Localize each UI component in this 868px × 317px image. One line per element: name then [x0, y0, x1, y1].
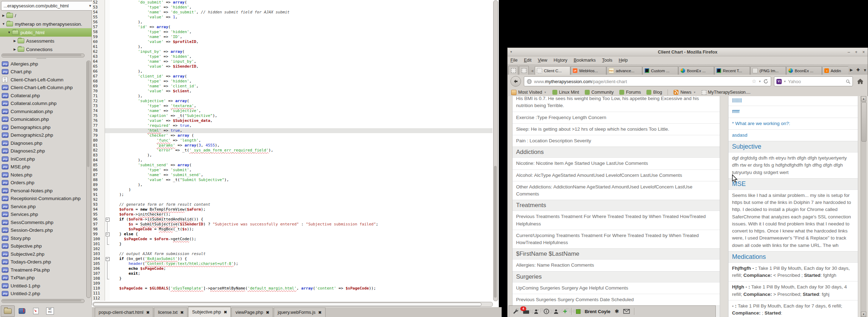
file-item[interactable]: phpDemographics.php	[1, 123, 87, 131]
fold-margin[interactable]	[105, 153, 110, 158]
file-item[interactable]: phpTxPlan.php	[1, 274, 87, 282]
file-item[interactable]: phpCommunication.php	[1, 107, 87, 116]
file-item[interactable]: phpTreatment-Pla.php	[1, 266, 87, 274]
file-item[interactable]: phpService.php	[1, 203, 87, 211]
menu-help[interactable]: Help	[619, 58, 628, 63]
fold-margin[interactable]	[105, 89, 110, 94]
fold-margin[interactable]	[105, 187, 110, 192]
fold-margin[interactable]	[105, 256, 110, 261]
fold-margin[interactable]	[105, 10, 110, 15]
tree-item-assessments[interactable]: ▶Assessments	[0, 37, 92, 45]
file-item[interactable]: phpSubjective2.php	[1, 250, 87, 258]
fold-collapse-icon[interactable]	[106, 218, 110, 222]
fold-margin[interactable]	[105, 197, 110, 202]
chart-link-row[interactable]: asdasd	[728, 129, 858, 141]
expander-open-icon[interactable]: ▼	[1, 22, 6, 26]
fold-margin[interactable]	[105, 5, 110, 10]
tab-scroll-left-icon[interactable]: ◀	[529, 69, 535, 75]
bookmark-star-icon[interactable]: ☆	[752, 78, 756, 85]
fold-margin[interactable]	[105, 173, 110, 178]
doc-tab[interactable]: viewPage.php✖	[231, 307, 273, 317]
file-item[interactable]: phpPersonal-Notes.php	[1, 187, 87, 195]
browser-tab[interactable]: Recent T...	[714, 66, 750, 75]
close-tab-icon[interactable]: ✖	[266, 310, 269, 315]
bookmark-linux-mint[interactable]: Linux Mint	[552, 90, 579, 95]
fold-collapse-icon[interactable]	[106, 257, 110, 261]
bookmark-blog[interactable]: Blog	[646, 90, 662, 95]
file-item[interactable]: phpSubjective.php	[1, 242, 87, 250]
add-icon[interactable]: +	[563, 308, 567, 315]
mail-icon[interactable]	[623, 309, 630, 314]
fold-margin[interactable]	[105, 133, 110, 138]
menu-edit[interactable]: Edit	[524, 58, 532, 63]
snippets-button[interactable]	[29, 305, 43, 317]
fold-margin[interactable]	[105, 143, 110, 148]
browser-tab[interactable]: Custom ...	[643, 66, 678, 75]
menu-view[interactable]: View	[538, 58, 547, 63]
close-tab-icon[interactable]: ✖	[224, 310, 227, 315]
file-item[interactable]: phpTodays-Orders.php	[1, 258, 87, 266]
fold-margin[interactable]	[105, 49, 110, 54]
bookmark-mytherapysession-[interactable]: MyTherapySession....	[702, 90, 751, 95]
fold-margin[interactable]	[105, 64, 110, 69]
browser-tab[interactable]: BoonEx ...	[786, 66, 822, 75]
browser-tab[interactable]: Client C...	[535, 66, 570, 75]
expander-closed-icon[interactable]: ▶	[13, 39, 17, 43]
tree-item-connections[interactable]: ▶Connections	[0, 45, 92, 54]
fold-margin[interactable]	[105, 148, 110, 153]
browser-tab[interactable]: PMAadvance...	[607, 66, 642, 75]
fold-margin[interactable]	[105, 108, 110, 113]
file-item[interactable]: phpClient-Chart-Left-Column.php	[1, 84, 87, 92]
expander-closed-icon[interactable]: ▶	[13, 48, 17, 51]
fold-margin[interactable]	[105, 15, 110, 20]
fold-margin[interactable]	[105, 20, 110, 25]
fold-margin[interactable]	[105, 94, 110, 99]
file-item[interactable]: phpOrders.php	[1, 179, 87, 187]
bookmarks-button[interactable]	[15, 305, 29, 317]
fold-margin[interactable]	[105, 74, 110, 79]
fold-margin[interactable]	[105, 54, 110, 59]
window-titlebar[interactable]: ▼ Client Chart - Mozilla Firefox – + ×	[508, 48, 868, 56]
file-item[interactable]: phpUntitled-1.php	[1, 282, 87, 290]
tree-item-mytherap-on-mytherapysession-[interactable]: ▼mytherap on mytherapysession.	[0, 20, 92, 28]
chart-link-row[interactable]: * What are we working on?:	[728, 118, 858, 129]
fold-margin[interactable]	[105, 237, 110, 242]
bookmark-most-visited[interactable]: Most Visited▼	[511, 90, 547, 95]
tab-scroll-right-icon[interactable]: ▶	[850, 68, 852, 72]
fold-margin[interactable]	[105, 113, 110, 118]
expander-open-icon[interactable]: ▼	[7, 31, 11, 34]
file-list-vscrollbar[interactable]	[86, 61, 91, 298]
file-item[interactable]: phpCollateral.php	[1, 92, 87, 100]
file-item[interactable]: phpSession-Orders.php	[1, 226, 87, 235]
folder-icon[interactable]: 4	[523, 309, 529, 314]
new-tab-button[interactable]: ✚	[856, 68, 860, 72]
file-browser-button[interactable]	[1, 305, 15, 317]
chart-link-row[interactable]: ||||||||	[728, 96, 858, 106]
file-item[interactable]: phpMSE.php	[1, 163, 87, 171]
logged-in-user[interactable]: Brent Coyle	[585, 309, 610, 314]
search-bar[interactable]: Y! ▼ Yahoo	[774, 76, 853, 86]
bookmark-news[interactable]: News▼	[674, 90, 696, 95]
code-hscrollbar[interactable]	[93, 302, 493, 307]
file-item[interactable]: phpIniCont.php	[1, 155, 87, 163]
fold-margin[interactable]	[105, 128, 110, 133]
fold-margin[interactable]	[105, 59, 110, 64]
fold-margin[interactable]	[105, 104, 110, 108]
fold-margin[interactable]	[105, 266, 110, 271]
fold-margin[interactable]	[105, 44, 110, 49]
fold-margin[interactable]	[105, 271, 110, 276]
expander-closed-icon[interactable]: ▶	[1, 14, 6, 17]
file-list-hscrollbar[interactable]	[1, 299, 85, 303]
pinned-tab[interactable]	[508, 66, 518, 75]
doc-tab[interactable]: Subjective.php✖	[188, 307, 231, 317]
fold-margin[interactable]	[105, 251, 110, 256]
file-item[interactable]: phpDiagnoses2.php	[1, 147, 87, 155]
fold-margin[interactable]	[105, 99, 110, 104]
fold-margin[interactable]	[105, 222, 110, 227]
reload-icon[interactable]	[763, 79, 768, 84]
code-editor-area[interactable]: 52 'do_submit' => array(53 'type' => 'hi…	[92, 0, 499, 317]
info-icon[interactable]	[544, 309, 549, 314]
chart-link-row[interactable]: ffffff	[728, 106, 858, 117]
back-button[interactable]	[510, 76, 521, 87]
bookmark-community[interactable]: Community	[585, 90, 614, 95]
